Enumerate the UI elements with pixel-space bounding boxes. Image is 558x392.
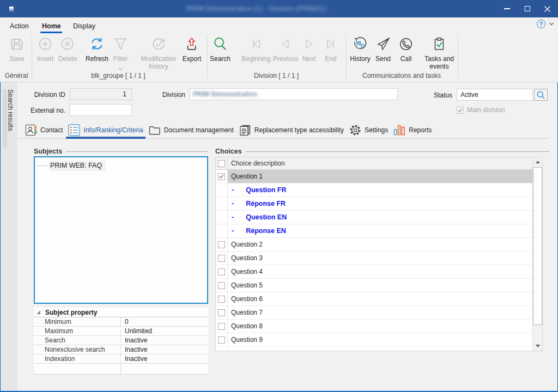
scrollbar-thumb[interactable] <box>533 167 542 325</box>
scrollbar-up-button[interactable] <box>533 157 542 167</box>
ribbon-button-save[interactable]: Save <box>9 36 25 63</box>
minimize-button[interactable] <box>497 0 517 17</box>
menu-action[interactable]: Action <box>10 22 29 30</box>
ribbon-button-filter[interactable]: Filter <box>112 36 129 73</box>
choice-sub-label[interactable]: -Réponse EN <box>228 224 532 237</box>
choice-checkbox[interactable] <box>218 268 225 275</box>
choice-row[interactable]: -Question EN <box>216 211 532 224</box>
reports-tab-icon <box>393 124 405 136</box>
choice-row[interactable]: Question 3 <box>216 252 532 265</box>
choices-scrollbar[interactable] <box>532 157 542 351</box>
choice-row[interactable]: -Réponse FR <box>216 197 532 211</box>
property-name: Nonexclusive search <box>34 345 121 354</box>
tree-item-label[interactable]: PRIM WEB: FAQ <box>49 161 105 171</box>
choice-row[interactable]: Question 5 <box>216 279 532 292</box>
ribbon-button-label: Insert <box>37 55 53 63</box>
ribbon-button-search[interactable]: Search <box>210 36 231 63</box>
choice-checkbox[interactable] <box>218 241 225 248</box>
maximize-button[interactable] <box>517 0 537 17</box>
subject-property-header[interactable]: Subject property <box>34 308 208 317</box>
choice-checkbox[interactable] <box>218 296 225 303</box>
ribbon-button-send[interactable]: Send <box>375 36 391 63</box>
choice-checkbox[interactable] <box>218 323 225 330</box>
ribbon-button-export[interactable]: Export <box>183 36 202 63</box>
ribbon-button-modification[interactable]: Modification history <box>141 36 176 70</box>
property-row[interactable]: IndexationInactive <box>34 354 208 364</box>
tab-settings[interactable]: Settings <box>349 122 388 138</box>
choice-row[interactable]: -Réponse EN <box>216 224 532 238</box>
property-row[interactable]: MaximumUnlimited <box>34 327 208 336</box>
choice-row[interactable]: Question 6 <box>216 292 532 306</box>
choice-row[interactable]: Question 4 <box>216 265 532 279</box>
ribbon-button-delete[interactable]: Delete <box>58 36 77 63</box>
choice-checkbox[interactable] <box>218 336 225 344</box>
menu-display[interactable]: Display <box>73 22 95 30</box>
sidebar-tab-search-results[interactable]: Search results <box>7 89 14 148</box>
choice-sub-label[interactable]: -Réponse FR <box>228 197 532 210</box>
property-value[interactable]: Unlimited <box>121 327 208 335</box>
division-id-field[interactable]: 1 <box>70 88 132 100</box>
sub-dash: - <box>232 200 234 207</box>
division-field[interactable]: PRIM Démonstration <box>190 88 398 100</box>
status-field[interactable]: Active <box>457 89 533 101</box>
ribbon-button-previous[interactable]: Previous <box>273 36 299 63</box>
choice-sub-label[interactable]: -Question EN <box>228 211 532 224</box>
scroll-up-icon <box>536 161 540 163</box>
choice-checkbox[interactable] <box>218 282 225 289</box>
choice-checkbox[interactable] <box>218 309 225 316</box>
choice-sub-label[interactable]: -Question FR <box>228 183 532 197</box>
choice-row[interactable]: Question 9 <box>216 333 532 347</box>
ribbon-button-insert[interactable]: Insert <box>37 36 53 63</box>
help-icon[interactable]: ? <box>537 20 545 28</box>
select-all-checkbox[interactable] <box>218 160 225 167</box>
tab-info[interactable]: Info/Ranking/Criteria <box>68 122 143 138</box>
property-row[interactable]: SearchInactive <box>34 336 208 345</box>
select-all-cell[interactable] <box>216 157 228 169</box>
choice-row[interactable]: Question 2 <box>216 238 532 252</box>
ribbon-button-refresh[interactable]: Refresh <box>86 36 108 63</box>
choice-label[interactable]: Question 3 <box>228 252 532 265</box>
ribbon-button-tasks[interactable]: Tasks and events <box>424 36 454 70</box>
ribbon-button-history[interactable]: History <box>350 36 370 63</box>
choice-label[interactable]: Question 2 <box>228 238 532 251</box>
ribbon-button-end[interactable]: End <box>323 36 339 63</box>
help-chevron-icon[interactable] <box>549 22 554 26</box>
main-division-checkbox-row[interactable]: Main division <box>457 106 505 114</box>
external-no-field[interactable] <box>70 104 132 116</box>
choice-checkbox[interactable] <box>218 255 225 262</box>
main-division-checkbox[interactable] <box>457 107 464 114</box>
property-value[interactable]: Inactive <box>121 345 208 354</box>
choice-label[interactable]: Question 8 <box>228 320 532 333</box>
property-value[interactable]: Inactive <box>121 336 208 345</box>
choice-row[interactable]: Question 8 <box>216 320 532 333</box>
tree-item[interactable]: PRIM WEB: FAQ <box>38 161 207 171</box>
tab-replacement[interactable]: Replacement type accessibility <box>239 122 344 138</box>
property-value[interactable]: 0 <box>121 317 208 326</box>
tab-docs[interactable]: Document management <box>149 122 234 138</box>
ribbon-button-label: Export <box>183 55 202 63</box>
property-row[interactable]: Nonexclusive searchInactive <box>34 345 208 354</box>
property-row[interactable]: Minimum0 <box>34 317 208 327</box>
choice-label[interactable]: Question 4 <box>228 265 532 278</box>
choice-label[interactable]: Question 9 <box>228 333 532 346</box>
property-value[interactable]: Inactive <box>121 354 208 363</box>
active-menu-underline <box>40 32 62 33</box>
choice-checkbox[interactable] <box>218 173 225 180</box>
choice-row[interactable]: -Question FR <box>216 183 532 197</box>
ribbon-button-call[interactable]: Call <box>398 36 414 63</box>
ribbon-button-beginning[interactable]: Beginning <box>241 36 270 63</box>
choice-row[interactable]: Question 1 <box>216 170 532 183</box>
subjects-tree[interactable]: PRIM WEB: FAQ <box>34 156 208 304</box>
choice-row[interactable]: Question 7 <box>216 306 532 320</box>
tab-contact[interactable]: Contact <box>25 122 63 138</box>
ribbon-button-next[interactable]: Next <box>301 36 317 63</box>
choice-label[interactable]: Question 7 <box>228 306 532 319</box>
close-button[interactable] <box>537 0 557 17</box>
tab-reports[interactable]: Reports <box>393 122 432 138</box>
menu-home[interactable]: Home <box>42 22 61 30</box>
status-lookup-button[interactable] <box>534 89 548 101</box>
choice-label[interactable]: Question 6 <box>228 292 532 305</box>
choice-label[interactable]: Question 5 <box>228 279 532 292</box>
choice-label[interactable]: Question 1 <box>228 170 532 183</box>
scrollbar-down-button[interactable] <box>533 341 542 351</box>
